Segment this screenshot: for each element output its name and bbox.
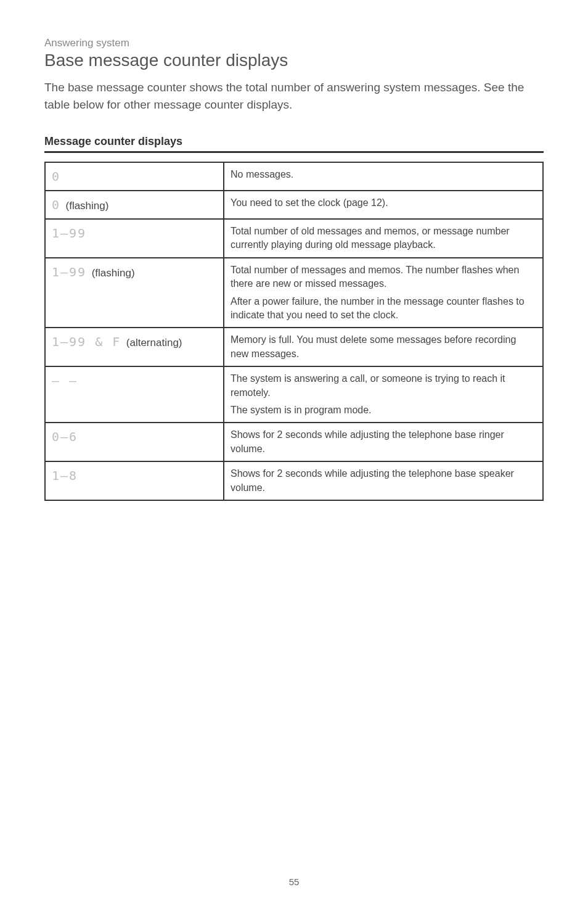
digit-display: 1–99 bbox=[52, 263, 86, 281]
page-number: 55 bbox=[0, 877, 588, 887]
row-description: Total number of messages and memos. The … bbox=[231, 263, 536, 291]
table-row: 0 No messages. bbox=[45, 162, 543, 191]
digit-display: 0–6 bbox=[52, 428, 78, 445]
table-row: 1–99 & F (alternating) Memory is full. Y… bbox=[45, 328, 543, 366]
digit-suffix: (flashing) bbox=[92, 267, 135, 279]
digit-display: 1–99 & F bbox=[52, 333, 121, 350]
table-row: 1–8 Shows for 2 seconds while adjusting … bbox=[45, 461, 543, 500]
counter-display-table: 0 No messages. 0 (flashing) You need to … bbox=[44, 162, 544, 501]
table-row: 1–99 (flashing) Total number of messages… bbox=[45, 258, 543, 328]
digit-display: 1–8 bbox=[52, 467, 78, 484]
row-description-secondary: After a power failure, the number in the… bbox=[231, 295, 536, 323]
row-description: The system is answering a call, or someo… bbox=[231, 372, 536, 400]
row-description: Total number of old messages and memos, … bbox=[231, 225, 536, 252]
table-row: – – The system is answering a call, or s… bbox=[45, 366, 543, 423]
digit-suffix: (flashing) bbox=[66, 200, 109, 212]
row-description-secondary: The system is in program mode. bbox=[231, 403, 536, 417]
digit-display: 0 bbox=[52, 168, 60, 185]
digit-display: 0 bbox=[52, 196, 60, 213]
row-description: No messages. bbox=[231, 168, 536, 181]
row-description: Memory is full. You must delete some mes… bbox=[231, 333, 536, 361]
table-heading: Message counter displays bbox=[44, 135, 544, 153]
row-description: You need to set the clock (page 12). bbox=[231, 196, 536, 210]
table-row: 0–6 Shows for 2 seconds while adjusting … bbox=[45, 423, 543, 461]
intro-paragraph: The base message counter shows the total… bbox=[44, 79, 544, 113]
page-title: Base message counter displays bbox=[44, 51, 544, 70]
table-row: 0 (flashing) You need to set the clock (… bbox=[45, 191, 543, 219]
row-description: Shows for 2 seconds while adjusting the … bbox=[231, 467, 536, 495]
digit-suffix: (alternating) bbox=[126, 337, 182, 349]
digit-display: – – bbox=[52, 372, 78, 389]
row-description: Shows for 2 seconds while adjusting the … bbox=[231, 428, 536, 456]
digit-display: 1–99 bbox=[52, 225, 86, 242]
breadcrumb: Answering system bbox=[44, 37, 544, 49]
table-row: 1–99 Total number of old messages and me… bbox=[45, 219, 543, 258]
